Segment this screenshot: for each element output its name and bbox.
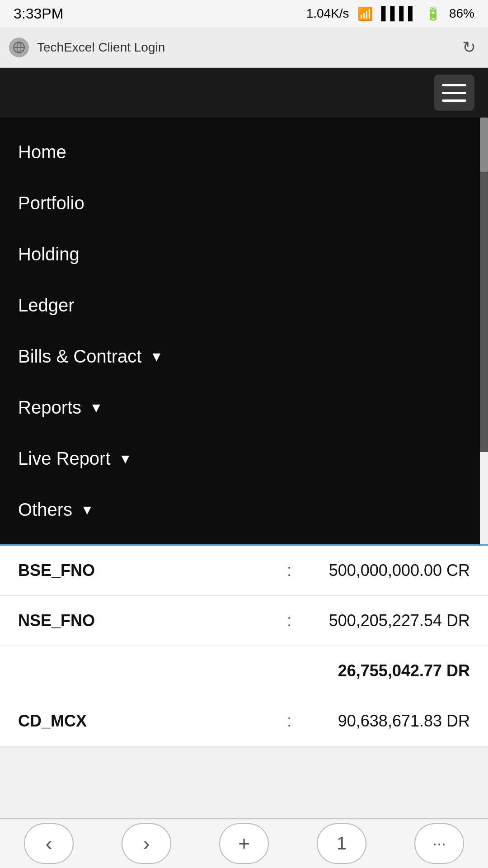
content-area: BSE_FNO : 500,000,000.00 CR NSE_FNO : 50… [0,544,488,746]
forward-icon: › [143,832,150,855]
nse-fno-value: 500,205,227.54 DR [298,611,470,630]
others-arrow: ▼ [80,502,94,518]
browser-logo [9,38,29,57]
status-right: 1.04K/s 📶 ▌▌▌▌ 🔋 86% [306,6,474,21]
nav-item-others[interactable]: Others ▼ [0,484,480,535]
back-icon: ‹ [46,832,52,855]
bse-fno-value: 500,000,000.00 CR [298,561,470,580]
nav-menu: Home Portfolio Holding Ledger Bills & Co… [0,118,480,544]
table-row: CD_MCX : 90,638,671.83 DR [0,696,488,746]
hamburger-line-3 [442,99,466,102]
wifi-icon: 📶 [357,6,373,21]
nav-item-ledger[interactable]: Ledger [0,280,480,331]
page-indicator[interactable]: 1 [317,823,366,864]
add-button[interactable]: + [219,823,269,864]
nav-item-home[interactable]: Home [0,127,480,178]
battery-level: 86% [449,6,474,21]
network-speed: 1.04K/s [306,6,349,21]
reports-arrow: ▼ [89,400,103,415]
scrollbar-thumb[interactable] [480,118,488,172]
add-icon: + [238,832,250,855]
nav-item-holding[interactable]: Holding [0,229,480,280]
nav-item-portfolio[interactable]: Portfolio [0,178,480,229]
browser-url[interactable]: TechExcel Client Login [37,40,451,55]
total-row: 26,755,042.77 DR [0,646,488,696]
status-bar: 3:33PM 1.04K/s 📶 ▌▌▌▌ 🔋 86% [0,0,488,27]
cd-mcx-colon: : [280,712,298,731]
bse-fno-colon: : [280,561,298,580]
cd-mcx-value: 90,638,671.83 DR [298,712,470,731]
live-report-arrow: ▼ [119,451,132,467]
menu-scrollbar[interactable] [480,118,488,452]
nav-item-live-report[interactable]: Live Report ▼ [0,433,480,484]
signal-icon: ▌▌▌▌ [381,6,417,21]
reload-button[interactable]: ↻ [459,38,479,57]
battery-icon: 🔋 [425,6,441,21]
nav-item-reports[interactable]: Reports ▼ [0,382,480,433]
bse-fno-label: BSE_FNO [18,561,280,580]
status-time: 3:33PM [14,5,63,22]
table-row: BSE_FNO : 500,000,000.00 CR [0,546,488,596]
back-button[interactable]: ‹ [24,823,74,864]
hamburger-button[interactable] [434,75,474,111]
hamburger-line-2 [442,92,466,94]
more-button[interactable]: ··· [414,823,464,864]
page-number: 1 [337,833,347,854]
bills-contract-arrow: ▼ [150,349,163,364]
bottom-nav: ‹ › + 1 ··· [0,818,488,868]
browser-bar: TechExcel Client Login ↻ [0,27,488,68]
app-header [0,68,488,118]
total-value: 26,755,042.77 DR [298,661,470,680]
table-row: NSE_FNO : 500,205,227.54 DR [0,596,488,646]
nav-item-bills-contract[interactable]: Bills & Contract ▼ [0,331,480,382]
hamburger-line-1 [442,84,466,86]
cd-mcx-label: CD_MCX [18,712,280,731]
nse-fno-colon: : [280,611,298,630]
forward-button[interactable]: › [122,823,171,864]
nse-fno-label: NSE_FNO [18,611,280,630]
more-icon: ··· [432,834,446,853]
